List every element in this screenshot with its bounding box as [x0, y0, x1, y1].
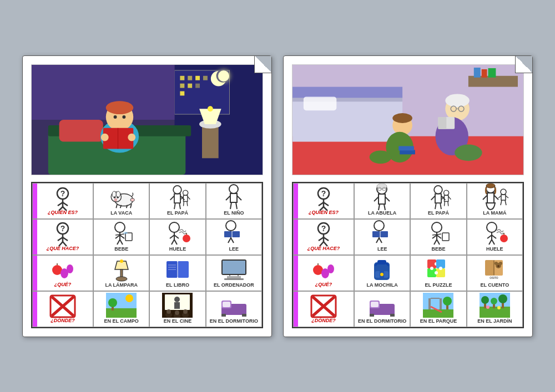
svg-point-29 [128, 133, 135, 141]
cell-lee-2: LEE [354, 219, 410, 255]
cell-ordenador: EL ORDENADOR [206, 255, 262, 291]
svg-point-10 [211, 70, 226, 86]
svg-line-51 [170, 196, 174, 200]
svg-text:?: ? [321, 189, 326, 198]
svg-point-261 [435, 271, 438, 274]
svg-rect-50 [174, 194, 180, 203]
svg-rect-140 [221, 314, 226, 317]
cell-bebe-1: BEBE [93, 219, 149, 255]
svg-rect-275 [370, 314, 374, 317]
svg-line-58 [188, 196, 190, 200]
svg-rect-146 [474, 67, 481, 77]
svg-line-54 [180, 203, 181, 209]
scene-image-2 [292, 64, 524, 175]
svg-point-83 [169, 222, 179, 232]
svg-line-65 [230, 202, 231, 209]
svg-line-227 [437, 235, 441, 238]
svg-line-43 [116, 204, 117, 208]
cell-dormitorio-1: EN EL DORMITORIO [206, 291, 262, 327]
cell-huele-1: HUELE [149, 219, 205, 255]
svg-point-126 [108, 298, 117, 307]
svg-point-107 [116, 277, 127, 281]
svg-line-201 [494, 195, 498, 200]
svg-rect-56 [184, 195, 188, 201]
cell-puzzle: EL PUZZLE [410, 255, 466, 291]
svg-point-48 [114, 198, 118, 202]
cell-abuela: LA ABUELA [354, 183, 410, 219]
svg-rect-141 [242, 314, 246, 317]
svg-line-77 [120, 235, 124, 238]
grid-2: ? ¿QUIÉN ES? [292, 182, 524, 328]
svg-text:OSITO: OSITO [490, 276, 498, 279]
svg-rect-145 [468, 75, 518, 86]
svg-rect-142 [223, 302, 230, 307]
svg-line-231 [432, 234, 441, 235]
svg-point-89 [183, 235, 190, 242]
svg-rect-152 [304, 96, 336, 110]
svg-rect-3 [188, 75, 192, 80]
svg-point-267 [499, 262, 502, 265]
svg-line-34 [63, 202, 68, 206]
svg-rect-13 [32, 65, 174, 120]
svg-rect-166 [400, 150, 415, 154]
svg-rect-276 [390, 314, 395, 317]
svg-line-78 [117, 240, 120, 245]
svg-line-33 [58, 202, 63, 206]
svg-line-88 [174, 240, 177, 245]
main-container: ? ¿QUIÉN ES? [11, 44, 544, 348]
svg-point-105 [120, 259, 123, 263]
svg-rect-98 [232, 231, 240, 237]
svg-rect-151 [292, 86, 402, 98]
svg-rect-123 [106, 308, 137, 318]
svg-point-165 [370, 150, 392, 164]
svg-line-183 [379, 204, 380, 210]
svg-point-55 [183, 190, 188, 195]
svg-point-266 [495, 262, 498, 265]
cell-huele-2: HUELE [467, 219, 523, 255]
svg-rect-148 [488, 68, 496, 77]
svg-line-71 [63, 237, 68, 241]
svg-rect-230 [442, 233, 449, 241]
svg-line-220 [379, 238, 382, 243]
svg-point-47 [130, 198, 134, 202]
svg-point-198 [486, 184, 495, 188]
svg-line-229 [437, 240, 440, 245]
svg-line-226 [432, 235, 437, 238]
svg-rect-262 [485, 260, 494, 276]
scene-image-1 [31, 64, 263, 175]
svg-line-53 [174, 203, 175, 209]
svg-line-235 [492, 235, 496, 238]
grid-1: ? ¿QUIÉN ES? [31, 182, 263, 328]
svg-line-190 [441, 203, 442, 209]
svg-line-187 [431, 196, 435, 200]
svg-point-202 [501, 189, 506, 195]
svg-line-79 [120, 240, 123, 245]
cell-lee-1: LEE [206, 219, 262, 255]
svg-point-42 [117, 196, 119, 198]
cell-papa-2: EL PAPÁ [410, 183, 466, 219]
svg-point-39 [112, 191, 116, 197]
svg-rect-245 [377, 260, 386, 264]
svg-rect-222 [380, 231, 388, 237]
question-donde-2: ¿DÓNDE? [293, 291, 354, 327]
svg-point-154 [445, 94, 470, 107]
svg-point-293 [498, 294, 507, 303]
svg-rect-97 [224, 231, 232, 237]
svg-rect-221 [372, 231, 380, 237]
svg-point-260 [439, 267, 442, 270]
svg-line-66 [236, 202, 237, 209]
svg-line-172 [324, 202, 329, 206]
svg-line-63 [226, 196, 230, 200]
svg-point-224 [432, 222, 442, 232]
svg-rect-62 [230, 194, 237, 202]
svg-point-257 [430, 267, 433, 270]
svg-line-81 [115, 234, 124, 235]
svg-rect-167 [398, 146, 414, 150]
svg-point-127 [125, 294, 133, 302]
cell-mama: LA MAMÁ [467, 183, 523, 219]
svg-point-41 [114, 196, 116, 198]
page-2: ? ¿QUIÉN ES? [283, 55, 533, 337]
svg-rect-80 [125, 233, 132, 241]
cell-mochila: LA MOCHILA [354, 255, 410, 291]
svg-point-232 [487, 222, 497, 232]
